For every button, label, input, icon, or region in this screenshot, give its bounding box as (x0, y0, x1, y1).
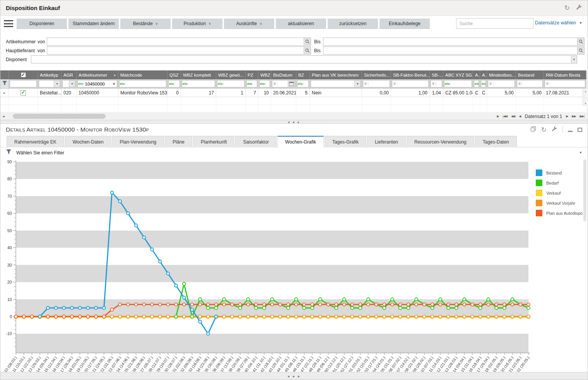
cell-a1[interactable]: C (473, 89, 480, 97)
pager-icon[interactable]: ▶ (497, 115, 499, 118)
filter-type-icon[interactable]: a%c (260, 82, 266, 85)
row-checkbox[interactable]: ✓ (21, 90, 26, 96)
column-header-bestand[interactable]: Bestand (516, 70, 544, 79)
filter-input-plan_vk[interactable]: ▼ (311, 80, 361, 87)
scroll-left-icon[interactable]: ◀ (0, 115, 7, 118)
bottom-splitter[interactable]: ● ● ● (0, 372, 588, 380)
filter-input-sb_faktor[interactable]: = (392, 80, 429, 87)
legend-item-verkauf[interactable]: Verkauf (536, 190, 585, 196)
toolbar-button-5[interactable]: Auskünfte∨ (224, 19, 274, 29)
filter-input-a1[interactable]: a%( (474, 80, 479, 87)
cell-select[interactable]: ✓ (9, 89, 38, 97)
filter-input-bisdatum[interactable]: = (272, 80, 295, 87)
filter-value-select[interactable] (10, 82, 36, 86)
filter-input-qsz[interactable]: a%c (168, 80, 180, 87)
filter-value-mindestbes[interactable] (493, 82, 514, 86)
toolbar-button-2[interactable]: Stammdaten ändern (68, 19, 119, 29)
filter-value-pz[interactable] (253, 82, 257, 86)
column-header-select[interactable]: ✓ (9, 70, 38, 79)
equals-operator-icon[interactable]: = (545, 82, 550, 86)
equals-operator-icon[interactable]: = (488, 82, 493, 86)
scrollbar-thumb[interactable] (13, 114, 106, 119)
tab-wochen-grafik[interactable]: Wochen-Grafik (277, 136, 324, 147)
column-header-pz[interactable]: PZ (246, 70, 258, 79)
filter-value-sicherheits[interactable] (368, 82, 390, 86)
cell-a2[interactable]: C (480, 89, 487, 97)
filter-input-agr[interactable]: ▼ (62, 80, 75, 87)
column-header-wbz_gew[interactable]: WBZ gewö... (216, 70, 246, 79)
pager-icon[interactable]: ▶▶ (572, 115, 576, 118)
dropdown-icon[interactable]: ▼ (579, 151, 582, 154)
pager-icon[interactable]: ◀◀ (511, 115, 515, 118)
search-lookup-icon[interactable] (577, 38, 584, 45)
filter-type-icon[interactable]: a%c (217, 82, 224, 85)
pager-icon[interactable]: ▶▶| (580, 115, 584, 118)
cell-bisdatum[interactable]: 20.06.2021 (271, 89, 296, 97)
legend-item-bestand[interactable]: Bestand (536, 169, 585, 176)
filter-input-wbz_komplett[interactable]: a%c (182, 80, 215, 87)
column-header-wbz[interactable]: WBZ (258, 70, 271, 79)
filter-input-wbz[interactable]: a%c (259, 80, 270, 87)
column-header-wbz_komplett[interactable]: WBZ komplett (181, 70, 216, 79)
artikelnummer-bis-input[interactable] (323, 38, 577, 45)
column-header-mindestbes[interactable]: Mindestbes... (487, 70, 516, 79)
refresh-icon[interactable]: ↻ (541, 127, 547, 133)
cell-matchcode[interactable]: Monitor RoboView 153... (118, 89, 168, 97)
tab-lieferanten[interactable]: Lieferanten (367, 136, 406, 147)
filter-value-artikeltyp[interactable] (39, 82, 54, 86)
pager-icon[interactable]: ◀ (519, 115, 521, 118)
legend-item-bedarf[interactable]: Bedarf (536, 180, 585, 186)
cell-bz[interactable]: 5 (296, 89, 310, 97)
table-row[interactable]: ▸✓Bestellar...02010450000Monitor RoboVie… (0, 89, 586, 97)
cell-bestand[interactable]: 5,00 (516, 89, 544, 97)
equals-operator-icon[interactable]: = (517, 82, 522, 86)
dropdown-icon[interactable]: ▼ (354, 80, 361, 87)
column-header-sicherheits[interactable]: Sicherheits... (362, 70, 391, 79)
cell-pz[interactable]: 7 (246, 89, 258, 97)
dropdown-icon[interactable]: ▼ (69, 80, 75, 87)
expand-row-icon[interactable]: ▸ (3, 91, 5, 95)
cell-qsz[interactable]: 0 (168, 89, 181, 97)
column-header-artikelnummer[interactable]: Artikelnummer▲ (77, 70, 118, 79)
filter-type-icon[interactable]: a%c (247, 82, 253, 85)
hauptlieferant-von-input[interactable] (47, 47, 304, 54)
column-header-a1[interactable]: A.. (473, 70, 480, 79)
filter-value-bestand[interactable] (522, 82, 542, 86)
cascade-windows-icon[interactable] (530, 126, 536, 134)
filter-value-wbz_komplett[interactable] (188, 82, 215, 86)
refresh-icon[interactable]: ↻ (564, 5, 570, 11)
filter-input-select[interactable] (10, 80, 37, 87)
filter-type-icon[interactable]: a%c (297, 82, 304, 85)
filter-value-wbz[interactable] (266, 82, 270, 86)
filter-value-plan_vk[interactable] (311, 82, 354, 86)
cell-wbz_komplett[interactable]: 17 (181, 89, 216, 97)
filter-type-icon[interactable]: a%( (481, 82, 486, 85)
horizontal-scrollbar[interactable] (7, 113, 493, 120)
chart-filter-bar[interactable]: Wählen Sie einen Filter ▼ (0, 148, 588, 157)
pager-icon[interactable]: |◀◀ (503, 115, 507, 118)
tab-tages-daten[interactable]: Tages-Daten (475, 136, 517, 147)
scroll-up-icon[interactable]: ▲ (585, 90, 587, 92)
column-header-matchcode[interactable]: Matchcode (118, 70, 168, 79)
cell-rw_datum[interactable]: 17.08.2021 (544, 89, 586, 97)
search-lookup-icon[interactable] (304, 47, 311, 54)
equals-operator-icon[interactable]: = (392, 82, 397, 86)
filter-type-icon[interactable]: a%c (120, 82, 126, 85)
tab-wochen-daten[interactable]: Wochen-Daten (65, 136, 111, 147)
datasets-select[interactable]: Datensätze wählen ▼ (535, 20, 582, 26)
filter-value-agr[interactable] (63, 82, 69, 86)
column-header-a2[interactable]: A.. (480, 70, 487, 79)
splitter-grip-icon[interactable]: ● ● ● (287, 374, 301, 378)
toolbar-button-6[interactable]: aktualisieren (276, 19, 326, 29)
filter-value-matchcode[interactable] (126, 82, 166, 86)
details-scrollbar-thumb[interactable] (583, 159, 586, 221)
toolbar-button-7[interactable]: zurücksetzen (328, 19, 378, 29)
scroll-down-icon[interactable]: ▼ (585, 103, 587, 105)
tab-plan-verwendung[interactable]: Plan-Verwendung (112, 136, 164, 147)
vertical-scrollbar[interactable]: ▲ ▼ (583, 89, 588, 106)
column-header-plan_vk[interactable]: Plan aus VK berechnen (310, 70, 362, 79)
column-header-sb_faktor[interactable]: SB-Faktor-Benut... (391, 70, 430, 79)
filter-value-rw_datum[interactable] (550, 82, 585, 86)
filter-input-a2[interactable]: a%( (481, 80, 486, 87)
cell-abc_xyz[interactable]: CZ 85.00 1.04 (443, 89, 473, 97)
